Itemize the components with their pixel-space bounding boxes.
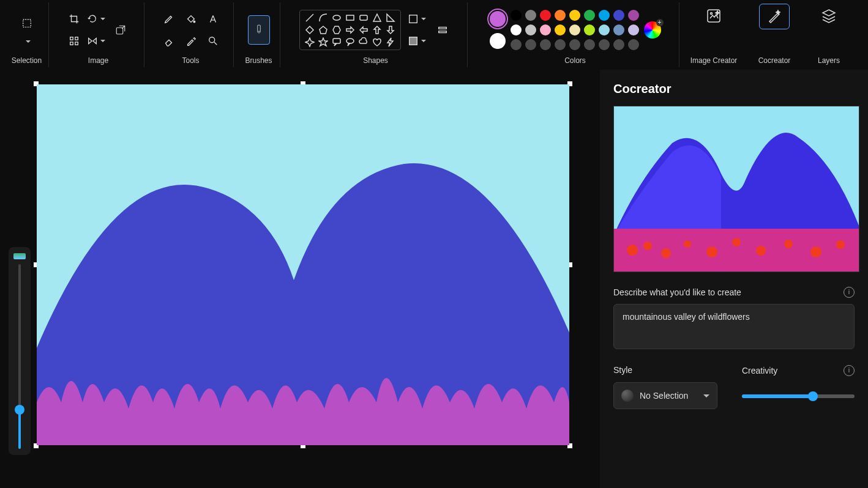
color-swatch[interactable] [555,24,566,35]
color-swatch[interactable] [628,24,639,35]
pencil-tool[interactable] [159,9,179,29]
color-swatch[interactable] [584,10,595,21]
color-swatch[interactable] [525,24,536,35]
color-swatch[interactable] [555,39,566,50]
fill-tool[interactable] [181,9,201,29]
shapes-gallery[interactable] [299,10,401,50]
color-swatch[interactable] [540,10,551,21]
brush-size-slider[interactable] [9,247,31,455]
color-swatch[interactable] [555,10,566,21]
shape-arrow-l-icon[interactable] [359,25,369,35]
svg-point-28 [732,238,741,246]
svg-rect-17 [438,31,446,33]
brush-slider-thumb[interactable] [15,405,24,415]
color-swatch[interactable] [569,39,580,50]
flip-tool[interactable] [86,31,106,51]
describe-label: Describe what you'd like to create [613,287,741,297]
style-label: Style [613,365,717,375]
group-selection: Selection [5,2,49,67]
shape-roundrect-icon[interactable] [359,13,369,23]
color-swatch[interactable] [511,24,522,35]
svg-rect-4 [75,42,78,45]
shape-pentagon-icon[interactable] [318,25,328,35]
color-primary[interactable] [490,11,506,27]
shape-curve-icon[interactable] [318,13,328,23]
svg-rect-1 [70,37,73,40]
color-swatch[interactable] [525,39,536,50]
shape-arrow-u-icon[interactable] [372,25,382,35]
shape-5star-icon[interactable] [318,37,328,47]
color-swatch[interactable] [569,24,580,35]
prompt-input[interactable] [613,304,855,349]
shape-lightning-icon[interactable] [386,37,395,47]
eraser-tool[interactable] [159,31,179,51]
shape-line-icon[interactable] [305,13,315,23]
edit-colors[interactable] [644,21,661,39]
group-label: Brushes [245,56,272,66]
shape-heart-icon[interactable] [372,37,382,47]
shape-arrow-r-icon[interactable] [345,25,355,35]
color-swatch[interactable] [613,24,624,35]
color-swatch[interactable] [599,39,610,50]
svg-rect-5 [116,28,123,34]
shape-cloud-icon[interactable] [359,37,369,47]
style-select[interactable]: No Selection [613,382,717,409]
eyedropper-tool[interactable] [181,31,201,51]
color-swatch[interactable] [599,10,610,21]
color-swatch[interactable] [525,10,536,21]
drawing-canvas[interactable] [37,84,569,445]
shape-diamond-icon[interactable] [305,25,315,35]
color-secondary[interactable] [490,33,506,49]
svg-point-26 [684,240,691,248]
shape-hexagon-icon[interactable] [332,25,342,35]
creativity-thumb[interactable] [808,391,818,401]
shape-rect-icon[interactable] [345,13,355,23]
svg-rect-15 [409,37,417,45]
svg-rect-8 [257,25,260,31]
svg-point-25 [661,248,671,258]
info-icon[interactable]: i [844,287,855,298]
shape-fill-dropdown[interactable] [407,31,427,51]
selection-dropdown[interactable] [23,35,31,46]
cocreator-button[interactable] [759,4,790,29]
creativity-label: Creativity [742,366,777,375]
color-swatch[interactable] [599,24,610,35]
magnifier-tool[interactable] [203,31,223,51]
creativity-slider[interactable] [742,394,855,398]
shape-arrow-d-icon[interactable] [386,25,395,35]
shape-righttri-icon[interactable] [386,13,395,23]
layers-button[interactable] [814,4,844,28]
shape-oval-icon[interactable] [332,13,342,23]
color-swatch[interactable] [540,39,551,50]
shapes-more[interactable] [433,20,452,40]
text-tool[interactable] [203,9,223,29]
shape-triangle-icon[interactable] [372,13,382,23]
image-creator-button[interactable] [699,4,728,28]
svg-point-30 [784,240,793,248]
crop-tool[interactable] [64,9,84,29]
group-brushes: Brushes [238,2,280,67]
color-swatch[interactable] [511,10,522,21]
selection-tool[interactable] [17,13,37,33]
shape-outline-dropdown[interactable] [407,9,427,29]
shape-oval-callout-icon[interactable] [345,37,355,47]
svg-rect-14 [409,15,417,23]
color-swatch[interactable] [628,39,639,50]
group-colors: Colors [471,2,679,67]
svg-point-9 [333,15,340,20]
info-icon[interactable]: i [844,365,855,376]
rotate-tool[interactable] [86,9,106,29]
color-swatch[interactable] [584,24,595,35]
shape-callout-icon[interactable] [332,37,342,47]
color-swatch[interactable] [569,10,580,21]
color-swatch[interactable] [584,39,595,50]
color-swatch[interactable] [613,10,624,21]
color-swatch[interactable] [613,39,624,50]
brush-tool[interactable] [248,15,270,45]
color-swatch[interactable] [628,10,639,21]
shape-4star-icon[interactable] [305,37,315,47]
resize-tool[interactable] [108,18,133,42]
select-all-tool[interactable] [64,31,84,51]
color-swatch[interactable] [540,24,551,35]
color-swatch[interactable] [511,39,522,50]
